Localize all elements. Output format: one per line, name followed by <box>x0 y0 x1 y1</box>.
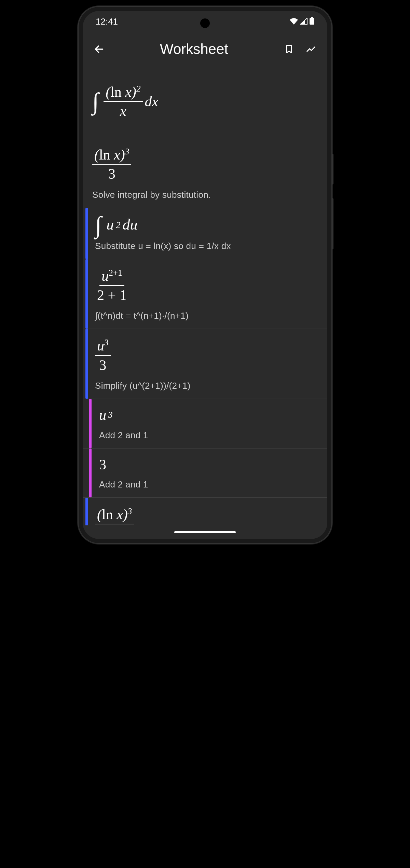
step-row[interactable]: 3Add 2 and 1 <box>83 449 327 498</box>
worksheet-content: ∫(ln x)2xdx(ln x)33Solve integral by sub… <box>83 66 327 525</box>
svg-rect-0 <box>311 17 313 18</box>
accent-bar <box>89 449 92 497</box>
camera-notch <box>200 18 210 28</box>
wifi-icon <box>290 16 298 27</box>
math-expression: 3 <box>99 456 318 473</box>
accent-bar <box>85 208 88 259</box>
math-expression: u2+12 + 1 <box>95 267 318 305</box>
page-title: Worksheet <box>113 41 275 57</box>
step-description: Solve integral by substitution. <box>92 190 318 200</box>
step-row[interactable]: ∫ u2duSubstitute u = ln(x) so du = 1/x d… <box>83 208 327 259</box>
app-bar: Worksheet <box>83 32 327 66</box>
math-expression: u33 <box>95 336 318 374</box>
math-expression: (ln x)33 <box>95 505 318 525</box>
status-time: 12:41 <box>96 16 118 27</box>
step-row[interactable]: ∫(ln x)2xdx <box>83 73 327 138</box>
accent-bar <box>89 399 92 448</box>
step-description: Substitute u = ln(x) so du = 1/x dx <box>95 241 318 251</box>
signal-icon <box>300 16 308 27</box>
step-description: Simplify (u^(2+1))/(2+1) <box>95 381 318 391</box>
chart-button[interactable] <box>303 42 318 57</box>
svg-rect-1 <box>310 18 314 25</box>
math-expression: (ln x)33 <box>92 146 318 183</box>
step-description: Add 2 and 1 <box>99 479 318 490</box>
back-button[interactable] <box>92 42 107 57</box>
home-indicator[interactable] <box>174 531 236 533</box>
math-expression: ∫(ln x)2xdx <box>92 83 318 121</box>
step-row[interactable]: (ln x)33Solve integral by substitution. <box>83 138 327 208</box>
step-description: Add 2 and 1 <box>99 430 318 441</box>
accent-bar <box>85 498 88 525</box>
nav-bar[interactable] <box>83 525 327 539</box>
math-expression: ∫ u2du <box>95 216 318 235</box>
math-expression: u3 <box>99 407 318 424</box>
step-description: ∫(t^n)dt = t^(n+1)·/(n+1) <box>95 311 318 321</box>
step-row[interactable]: u3Add 2 and 1 <box>83 399 327 448</box>
step-row[interactable]: u2+12 + 1∫(t^n)dt = t^(n+1)·/(n+1) <box>83 259 327 329</box>
step-row[interactable]: (ln x)33for (u^3)/3 Substitute ln(x) for… <box>83 498 327 525</box>
accent-bar <box>85 329 88 399</box>
accent-bar <box>85 259 88 329</box>
step-row[interactable]: u33Simplify (u^(2+1))/(2+1) <box>83 329 327 399</box>
battery-icon <box>310 16 314 27</box>
bookmark-button[interactable] <box>282 42 297 57</box>
